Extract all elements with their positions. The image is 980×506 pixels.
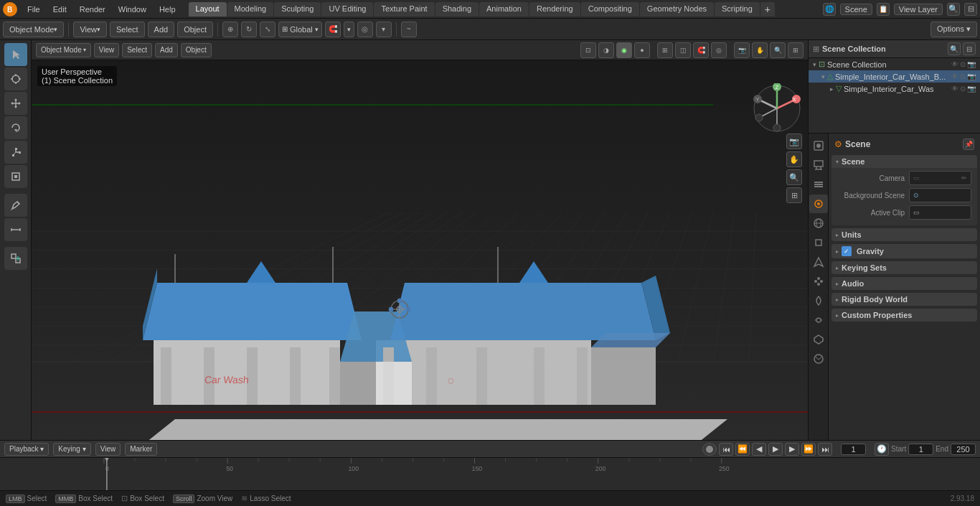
vp-zoom-icon[interactable]: 🔍 bbox=[770, 42, 786, 58]
timeline-ruler[interactable]: 0 50 100 bbox=[0, 458, 980, 490]
tool-measure[interactable] bbox=[4, 218, 27, 241]
vp-hand-icon[interactable]: ✋ bbox=[752, 42, 768, 58]
vp-add-btn[interactable]: Add bbox=[155, 43, 178, 57]
vp-camera-nav[interactable]: 📷 bbox=[786, 133, 802, 149]
tab-add[interactable]: + bbox=[760, 2, 775, 17]
vp-view-btn[interactable]: View bbox=[94, 43, 120, 57]
scene-section-header[interactable]: ▾ Scene bbox=[831, 155, 977, 168]
vp-snap-btn[interactable]: 🧲 bbox=[693, 42, 709, 58]
gravity-section-header[interactable]: ▸ ✓ Gravity bbox=[831, 244, 977, 258]
ol-vis-icon[interactable]: 👁 bbox=[951, 60, 958, 68]
next-key-btn[interactable]: ⏩ bbox=[801, 443, 816, 456]
ol-render-icon-2[interactable]: 📷 bbox=[967, 72, 976, 80]
tab-material-props[interactable] bbox=[809, 350, 828, 368]
units-section-header[interactable]: ▸ Units bbox=[831, 228, 977, 241]
tool-transform[interactable] bbox=[4, 165, 27, 188]
vp-wireframe-btn[interactable]: ⊡ bbox=[580, 42, 596, 58]
current-frame-input[interactable]: 1 bbox=[841, 444, 866, 455]
menu-window[interactable]: Window bbox=[113, 4, 152, 15]
tab-physics-props[interactable] bbox=[809, 291, 828, 310]
background-scene-field[interactable]: ⊙ bbox=[909, 188, 971, 202]
camera-field[interactable]: ▭ ✏ bbox=[909, 171, 971, 185]
active-clip-field[interactable]: ▭ bbox=[909, 205, 971, 220]
vp-mode-select[interactable]: Object Mode ▾ bbox=[36, 43, 91, 57]
tab-modeling[interactable]: Modeling bbox=[227, 2, 274, 17]
camera-edit-icon[interactable]: ✏ bbox=[961, 174, 967, 182]
vp-solid-btn[interactable]: ◑ bbox=[598, 42, 614, 58]
tab-output-props[interactable] bbox=[809, 156, 828, 174]
tab-object-props[interactable] bbox=[809, 233, 828, 252]
tool-add-object[interactable] bbox=[4, 247, 27, 270]
vp-object-btn[interactable]: Object bbox=[181, 43, 212, 57]
search-icon[interactable]: 🔍 bbox=[947, 3, 960, 16]
outliner-search-icon[interactable]: 🔍 bbox=[948, 42, 961, 55]
jump-end-btn[interactable]: ⏭ bbox=[818, 443, 832, 456]
tab-uv-editing[interactable]: UV Editing bbox=[321, 2, 373, 17]
tab-modifier-props[interactable] bbox=[809, 253, 828, 271]
jump-start-btn[interactable]: ⏮ bbox=[719, 443, 733, 456]
tab-constraint-props[interactable] bbox=[809, 311, 828, 329]
vp-proportional-btn[interactable]: ◎ bbox=[711, 42, 727, 58]
scene-select[interactable]: Scene bbox=[840, 4, 872, 15]
menu-render[interactable]: Render bbox=[74, 4, 111, 15]
timeline-clock-icon[interactable]: 🕐 bbox=[875, 443, 889, 456]
ol-render-icon[interactable]: 📷 bbox=[967, 60, 976, 68]
menu-file[interactable]: File bbox=[22, 4, 46, 15]
proportional-settings-icon[interactable]: ▾ bbox=[376, 22, 392, 37]
ol-render-icon-3[interactable]: 📷 bbox=[967, 85, 976, 93]
end-frame-input[interactable]: 250 bbox=[951, 444, 976, 455]
vp-select-btn[interactable]: Select bbox=[122, 43, 152, 57]
tab-texture-paint[interactable]: Texture Paint bbox=[374, 2, 434, 17]
custom-icon[interactable]: ~ bbox=[401, 22, 417, 37]
outliner-row-sub-object[interactable]: ▸ ▽ Simple_Interior_Car_Was 👁 ⊙ 📷 bbox=[809, 83, 980, 95]
tab-geometry-nodes[interactable]: Geometry Nodes bbox=[640, 2, 714, 17]
vp-zoom-nav[interactable]: 🔍 bbox=[786, 169, 802, 185]
snap-dropdown[interactable]: ▾ bbox=[344, 22, 354, 37]
vp-overlay-btn[interactable]: ⊞ bbox=[657, 42, 673, 58]
custom-props-header[interactable]: ▸ Custom Properties bbox=[831, 309, 977, 322]
tab-render-props[interactable] bbox=[809, 136, 828, 155]
tab-data-props[interactable] bbox=[809, 330, 828, 349]
tool-move[interactable] bbox=[4, 92, 27, 115]
select-menu-btn[interactable]: Select bbox=[110, 22, 145, 37]
vp-rendered-btn[interactable]: ● bbox=[634, 42, 650, 58]
viewport-shading-btn[interactable]: View ▾ bbox=[73, 22, 107, 37]
next-frame-btn[interactable]: ▶ bbox=[785, 443, 799, 456]
timeline-view-btn[interactable]: View bbox=[95, 443, 121, 456]
vp-camera-icon[interactable]: 📷 bbox=[734, 42, 750, 58]
start-frame-input[interactable]: 1 bbox=[908, 444, 933, 455]
prev-frame-btn[interactable]: ◀ bbox=[752, 443, 766, 456]
tab-scripting[interactable]: Scripting bbox=[715, 2, 760, 17]
tab-shading[interactable]: Shading bbox=[435, 2, 479, 17]
vp-hand-nav[interactable]: ✋ bbox=[786, 151, 802, 167]
tab-compositing[interactable]: Compositing bbox=[581, 2, 639, 17]
object-mode-dropdown[interactable]: Object Mode ▾ bbox=[3, 22, 64, 37]
ol-sel-icon-3[interactable]: ⊙ bbox=[960, 85, 966, 93]
tool-annotate[interactable] bbox=[4, 194, 27, 217]
options-btn[interactable]: Options ▾ bbox=[930, 22, 977, 37]
timeline-playback-btn[interactable]: Playback ▾ bbox=[4, 443, 49, 456]
timeline-keying-btn[interactable]: Keying ▾ bbox=[53, 443, 90, 456]
vp-xray-btn[interactable]: ◫ bbox=[675, 42, 691, 58]
audio-section-header[interactable]: ▸ Audio bbox=[831, 277, 977, 290]
tab-layout[interactable]: Layout bbox=[189, 2, 227, 17]
viewport[interactable]: Object Mode ▾ View Select Add Object ⊡ ◑… bbox=[32, 40, 808, 440]
ol-sel-icon-2[interactable]: ⊙ bbox=[960, 72, 966, 80]
filter-icon[interactable]: ⊟ bbox=[964, 3, 977, 16]
tab-world-props[interactable] bbox=[809, 214, 828, 233]
outliner-filter-icon[interactable]: ⊟ bbox=[963, 42, 976, 55]
menu-edit[interactable]: Edit bbox=[47, 4, 72, 15]
transform-move-icon[interactable]: ⊕ bbox=[222, 22, 238, 37]
tool-cursor[interactable] bbox=[4, 67, 27, 90]
navigation-gizmo[interactable]: X Y Z bbox=[752, 83, 802, 133]
transform-space-dropdown[interactable]: ⊞ Global ▾ bbox=[278, 22, 322, 37]
tool-rotate[interactable] bbox=[4, 116, 27, 139]
vp-grid-icon[interactable]: ⊞ bbox=[788, 42, 804, 58]
play-btn[interactable]: ▶ bbox=[768, 443, 783, 456]
tab-rendering[interactable]: Rendering bbox=[529, 2, 580, 17]
tab-scene-props[interactable] bbox=[809, 195, 828, 213]
gravity-checkbox[interactable]: ✓ bbox=[842, 246, 852, 256]
vp-material-btn[interactable]: ◉ bbox=[616, 42, 632, 58]
tool-select[interactable] bbox=[4, 43, 27, 66]
snap-icon[interactable]: 🧲 bbox=[325, 22, 341, 37]
